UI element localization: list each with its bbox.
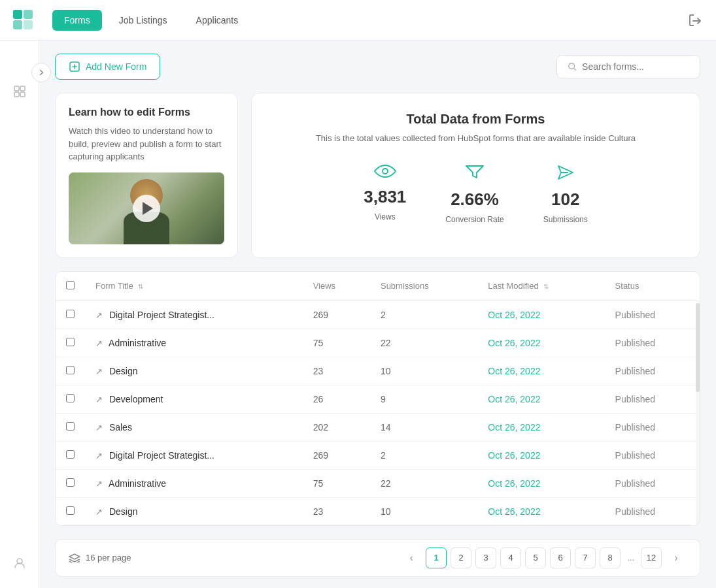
stats-metrics: 3,831 Views 2.66% Conversion Rate [364, 163, 588, 224]
svg-rect-4 [14, 86, 19, 91]
svg-rect-3 [24, 20, 33, 29]
row-checkbox[interactable] [66, 506, 75, 515]
stats-title: Total Data from Forms [407, 112, 545, 127]
svg-rect-6 [14, 92, 19, 97]
svg-rect-2 [13, 20, 22, 29]
row-last-modified: Oct 26, 2022 [477, 301, 604, 329]
search-input[interactable] [582, 61, 689, 72]
pagination-bar: 16 per page ‹ 1 2 3 4 5 6 7 8 ... 12 › [55, 539, 700, 577]
row-checkbox-cell[interactable] [56, 497, 85, 525]
external-link-icon[interactable]: ↗ [95, 507, 103, 517]
external-link-icon[interactable]: ↗ [95, 423, 103, 433]
table-header-row: Form Title ⇅ Views Submissions Last Modi… [56, 272, 700, 301]
col-submissions: Submissions [370, 272, 477, 301]
forms-table-container: Form Title ⇅ Views Submissions Last Modi… [55, 271, 700, 526]
row-checkbox-cell[interactable] [56, 329, 85, 357]
row-last-modified: Oct 26, 2022 [477, 357, 604, 385]
scrollbar-thumb[interactable] [696, 303, 700, 392]
row-submissions: 22 [370, 469, 477, 497]
row-last-modified: Oct 26, 2022 [477, 385, 604, 413]
table-body: ↗ Digital Project Strategist... 269 2 Oc… [56, 301, 700, 525]
row-status: Published [605, 357, 700, 385]
page-8-button[interactable]: 8 [600, 547, 621, 568]
col-views-label: Views [313, 281, 335, 291]
cards-row: Learn how to edit Forms Watch this video… [55, 93, 700, 258]
sort-icon-modified[interactable]: ⇅ [543, 283, 549, 290]
row-checkbox[interactable] [66, 478, 75, 487]
table-row: ↗ Digital Project Strategist... 269 2 Oc… [56, 441, 700, 469]
page-1-button[interactable]: 1 [426, 547, 447, 568]
forms-table: Form Title ⇅ Views Submissions Last Modi… [56, 272, 700, 525]
external-link-icon[interactable]: ↗ [95, 310, 103, 320]
views-label: Views [375, 212, 396, 221]
col-status-label: Status [615, 281, 639, 291]
page-2-button[interactable]: 2 [451, 547, 471, 568]
per-page-selector[interactable]: 16 per page [69, 553, 131, 563]
sidebar-item-grid[interactable] [8, 80, 31, 103]
row-submissions: 10 [370, 497, 477, 525]
scrollbar-track[interactable] [696, 303, 700, 525]
row-views: 75 [303, 329, 370, 357]
external-link-icon[interactable]: ↗ [95, 367, 103, 376]
row-checkbox-cell[interactable] [56, 301, 85, 329]
metric-conversion: 2.66% Conversion Rate [445, 163, 503, 224]
row-submissions: 9 [370, 385, 477, 413]
page-navigation: ‹ 1 2 3 4 5 6 7 8 ... 12 › [401, 547, 687, 568]
row-views: 23 [303, 497, 370, 525]
external-link-icon[interactable]: ↗ [95, 479, 103, 489]
row-checkbox[interactable] [66, 338, 75, 346]
filter-icon [465, 163, 485, 184]
logo [10, 7, 37, 33]
row-status: Published [605, 441, 700, 469]
select-all-checkbox[interactable] [66, 281, 75, 289]
top-navigation: Forms Job Listings Applicants [0, 0, 716, 41]
row-checkbox[interactable] [66, 310, 75, 318]
col-select-all[interactable] [56, 272, 85, 301]
sidebar-item-user[interactable] [8, 551, 31, 575]
row-checkbox-cell[interactable] [56, 357, 85, 385]
row-submissions: 14 [370, 413, 477, 441]
sidebar-collapse-button[interactable] [31, 63, 51, 82]
sort-icon-title[interactable]: ⇅ [138, 283, 143, 290]
search-box [556, 55, 700, 78]
page-6-button[interactable]: 6 [550, 547, 571, 568]
video-thumbnail[interactable] [69, 172, 224, 244]
page-5-button[interactable]: 5 [525, 547, 546, 568]
row-checkbox[interactable] [66, 422, 75, 431]
page-4-button[interactable]: 4 [500, 547, 521, 568]
external-link-icon[interactable]: ↗ [95, 338, 103, 348]
row-status: Published [605, 385, 700, 413]
row-views: 269 [303, 441, 370, 469]
col-status: Status [605, 272, 700, 301]
row-checkbox-cell[interactable] [56, 385, 85, 413]
row-last-modified: Oct 26, 2022 [477, 469, 604, 497]
tab-forms[interactable]: Forms [52, 10, 102, 31]
submissions-value: 102 [551, 189, 579, 210]
svg-rect-7 [20, 92, 25, 97]
page-7-button[interactable]: 7 [575, 547, 596, 568]
row-checkbox-cell[interactable] [56, 441, 85, 469]
row-last-modified: Oct 26, 2022 [477, 413, 604, 441]
row-form-title: ↗ Administrative [85, 329, 303, 357]
page-3-button[interactable]: 3 [475, 547, 496, 568]
page-last-button[interactable]: 12 [641, 547, 662, 568]
row-checkbox-cell[interactable] [56, 413, 85, 441]
prev-page-button[interactable]: ‹ [401, 547, 422, 568]
tab-job-listings[interactable]: Job Listings [107, 10, 179, 31]
row-checkbox[interactable] [66, 366, 75, 374]
external-link-icon[interactable]: ↗ [95, 451, 103, 461]
row-last-modified: Oct 26, 2022 [477, 441, 604, 469]
row-checkbox[interactable] [66, 450, 75, 459]
tab-applicants[interactable]: Applicants [184, 10, 250, 31]
table-row: ↗ Design 23 10 Oct 26, 2022 Published [56, 497, 700, 525]
row-submissions: 2 [370, 301, 477, 329]
learn-card-description: Watch this video to understand how to bu… [69, 125, 224, 163]
table-row: ↗ Administrative 75 22 Oct 26, 2022 Publ… [56, 469, 700, 497]
external-link-icon[interactable]: ↗ [95, 395, 103, 404]
row-views: 202 [303, 413, 370, 441]
row-checkbox[interactable] [66, 394, 75, 402]
row-checkbox-cell[interactable] [56, 469, 85, 497]
logout-button[interactable] [685, 10, 706, 31]
add-new-form-button[interactable]: Add New Form [55, 54, 160, 80]
next-page-button[interactable]: › [666, 547, 687, 568]
